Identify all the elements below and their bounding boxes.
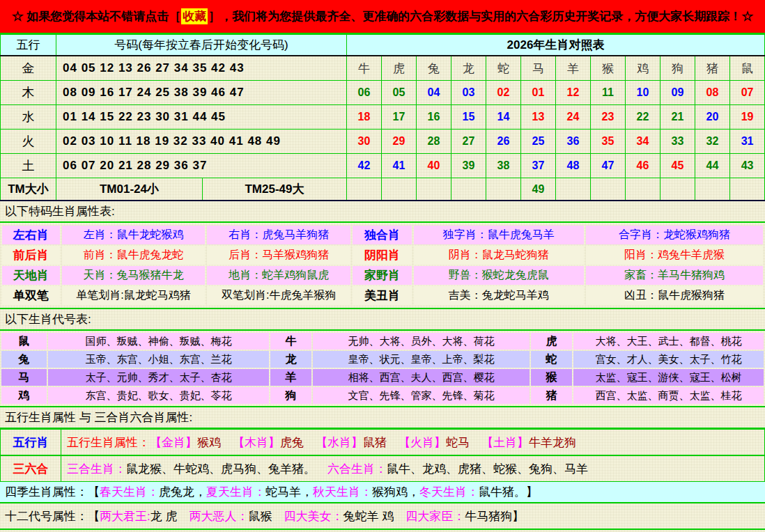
zodiac-number-cell: 39 xyxy=(451,154,486,178)
zodiac-number-cell: 24 xyxy=(556,105,591,130)
zodiac-number-cell: 28 xyxy=(417,130,451,154)
tm-zodiac-cell xyxy=(347,178,382,201)
zodiac-number-cell: 01 xyxy=(521,81,556,105)
codes-table-wrap: 鼠国师、叛贼、神偷、叛贼、梅花牛无帅、大将、员外、大将、荷花虎大将、大王、武士、… xyxy=(0,331,765,407)
text-segment: 【火肖】 xyxy=(399,436,446,449)
element-numbers: 04 05 12 13 26 27 34 35 42 43 xyxy=(56,56,347,81)
zodiac-number-cell: 13 xyxy=(521,105,556,130)
text-segment: 蛇马羊， xyxy=(265,484,313,500)
tm-zodiac-cell xyxy=(591,178,626,201)
text-segment: 鼠龙猴、牛蛇鸡、虎马狗、兔羊猪。 xyxy=(126,462,316,476)
zodiac-number-cell: 15 xyxy=(451,105,486,130)
zodiac-column-header: 猴 xyxy=(591,56,626,81)
tm-zodiac-cell xyxy=(660,178,695,201)
zodiac-column-header: 牛 xyxy=(347,56,382,81)
element-label: 金 xyxy=(1,56,56,81)
zodiac-number-cell: 44 xyxy=(695,154,730,178)
attr-row: 前后肖前肖：鼠牛虎兔龙蛇后肖：马羊猴鸡狗猪阴阳肖阴肖：鼠龙马蛇狗猪阳肖：鸡兔牛羊… xyxy=(2,246,763,265)
zodiac-code-names: 西宫、太监、商贾、太监、桂花 xyxy=(573,387,764,404)
zodiac-name-label: 狗 xyxy=(270,387,311,404)
zodiac-name-label: 鸡 xyxy=(1,387,47,404)
text-segment: 鼠牛、龙鸡、虎猪、蛇猴、兔狗、马羊 xyxy=(387,462,588,476)
attr-value: 单笔划肖:鼠龙蛇马鸡猪 xyxy=(62,286,206,305)
attr-group-label: 前后肖 xyxy=(2,246,60,265)
zodiac-number-cell: 02 xyxy=(486,81,521,105)
text-segment: 虎兔龙， xyxy=(159,484,206,500)
zodiac-number-cell: 35 xyxy=(591,130,626,154)
zodiac-code-names: 无帅、大将、员外、大将、荷花 xyxy=(313,333,530,350)
text-segment: 两大恶人： xyxy=(189,508,248,524)
zodiac-number-cell: 12 xyxy=(556,81,591,105)
zodiac-name-label: 蛇 xyxy=(531,351,572,368)
banner-text-after: ］，我们将为您提供最齐全、更准确的六合彩数据与实用的六合彩历史开奖记录，方便大家… xyxy=(208,8,753,24)
attr-value: 后肖：马羊猴鸡狗猪 xyxy=(207,246,350,265)
zodiac-column-header: 虎 xyxy=(382,56,417,81)
zodiac-column-header: 龙 xyxy=(451,56,486,81)
tm-zodiac-cell: 49 xyxy=(521,178,556,201)
attr-group-label: 美丑肖 xyxy=(353,286,412,305)
element-row: 木08 09 16 17 24 25 38 39 46 470605040302… xyxy=(1,81,765,105)
wuxing-content: 五行生肖属性：【金肖】猴鸡 【木肖】虎兔 【水肖】鼠猪 【火肖】蛇马 【土肖】牛… xyxy=(61,430,765,455)
attr-value: 独字肖：鼠牛虎兔马羊 xyxy=(414,226,584,244)
attr-value: 吉美：兔龙蛇马羊鸡 xyxy=(414,286,584,305)
attr-table: 左右肖左肖：鼠牛龙蛇猴鸡右肖：虎兔马羊狗猪独合肖独字肖：鼠牛虎兔马羊合字肖：龙蛇… xyxy=(0,224,765,306)
zodiac-column-header: 狗 xyxy=(660,56,695,81)
text-segment: 夏天生肖： xyxy=(206,484,265,500)
bookmark-link[interactable]: 收藏 xyxy=(181,8,208,24)
zodiac-number-cell: 20 xyxy=(695,105,730,130)
zodiac-number-cell: 34 xyxy=(626,130,660,154)
zodiac-name-label: 羊 xyxy=(270,369,311,386)
zodiac-code-names: 东宫、贵妃、歌女、贵妃、苓花 xyxy=(48,387,270,404)
text-segment: 猴狗鸡， xyxy=(372,484,419,500)
zodiac-number-cell: 19 xyxy=(730,105,765,130)
tm-zodiac-cell xyxy=(417,178,451,201)
zodiac-number-cell: 17 xyxy=(382,105,417,130)
attr-value: 天肖：兔马猴猪牛龙 xyxy=(62,266,206,285)
zodiac-number-cell: 10 xyxy=(626,81,660,105)
zodiac-code-names: 玉帝、东宫、小姐、东宫、兰花 xyxy=(48,351,270,368)
attr-group-label: 单双笔 xyxy=(2,286,60,305)
attr-row: 天地肖天肖：兔马猴猪牛龙地肖：蛇羊鸡狗鼠虎家野肖野兽：猴蛇龙兔虎鼠家畜：羊马牛猪… xyxy=(2,266,763,285)
attr-value: 地肖：蛇羊鸡狗鼠虎 xyxy=(207,266,350,285)
zodiac-column-header: 猪 xyxy=(695,56,730,81)
tm-zodiac-cell xyxy=(486,178,521,201)
zodiac-number-cell: 03 xyxy=(451,81,486,105)
text-segment: 春天生肖： xyxy=(100,484,159,500)
attr-value: 右肖：虎兔马羊狗猪 xyxy=(207,226,350,244)
attr-value: 双笔划肖:牛虎兔羊猴狗 xyxy=(207,286,350,305)
text-segment: 六合生肖： xyxy=(316,462,387,476)
zodiac-code-names: 太子、元帅、秀才、太子、杏花 xyxy=(48,369,270,386)
zodiac-number-cell: 05 xyxy=(382,81,417,105)
zodiac-number-cell: 27 xyxy=(451,130,486,154)
zodiac-number-cell: 14 xyxy=(486,105,521,130)
wuxing-section-title: 五行生肖属性 与 三合肖六合肖属性: xyxy=(0,407,765,429)
attr-group-label: 独合肖 xyxy=(353,226,412,244)
zodiac-column-header: 鸡 xyxy=(626,56,660,81)
zodiac-column-header: 鼠 xyxy=(730,56,765,81)
zodiac-number-cell: 32 xyxy=(695,130,730,154)
zodiac-number-cell: 11 xyxy=(591,81,626,105)
zodiac-name-label: 虎 xyxy=(531,333,572,350)
zodiac-name-label: 猪 xyxy=(531,387,572,404)
zodiac-column-header: 羊 xyxy=(556,56,591,81)
tm-zodiac-cell xyxy=(626,178,660,201)
zodiac-number-cell: 31 xyxy=(730,130,765,154)
zodiac-name-label: 牛 xyxy=(270,333,311,350)
text-segment: 两大君王: xyxy=(100,508,150,524)
zodiac-number-cell: 38 xyxy=(486,154,521,178)
wuxing-band: 五行肖 五行生肖属性：【金肖】猴鸡 【木肖】虎兔 【水肖】鼠猪 【火肖】蛇马 【… xyxy=(0,429,765,455)
tm-small-range: TM01-24小 xyxy=(56,178,203,201)
zodiac-number-cell: 47 xyxy=(591,154,626,178)
zodiac-number-cell: 42 xyxy=(347,154,382,178)
text-segment: 五行生肖属性： xyxy=(67,436,150,449)
text-segment: 龙 虎 xyxy=(150,508,190,524)
text-segment: 鼠牛猪。】 xyxy=(479,484,538,500)
codes-row: 鼠国师、叛贼、神偷、叛贼、梅花牛无帅、大将、员外、大将、荷花虎大将、大王、武士、… xyxy=(1,333,764,350)
zodiac-number-cell: 04 xyxy=(417,81,451,105)
element-numbers: 01 14 15 22 23 30 31 44 45 xyxy=(56,105,347,130)
zodiac-number-cell: 46 xyxy=(626,154,660,178)
zodiac-number-cell: 36 xyxy=(556,130,591,154)
attr-value: 左肖：鼠牛龙蛇猴鸡 xyxy=(62,226,206,244)
tm-zodiac-cell xyxy=(556,178,591,201)
element-label: 水 xyxy=(1,105,56,130)
